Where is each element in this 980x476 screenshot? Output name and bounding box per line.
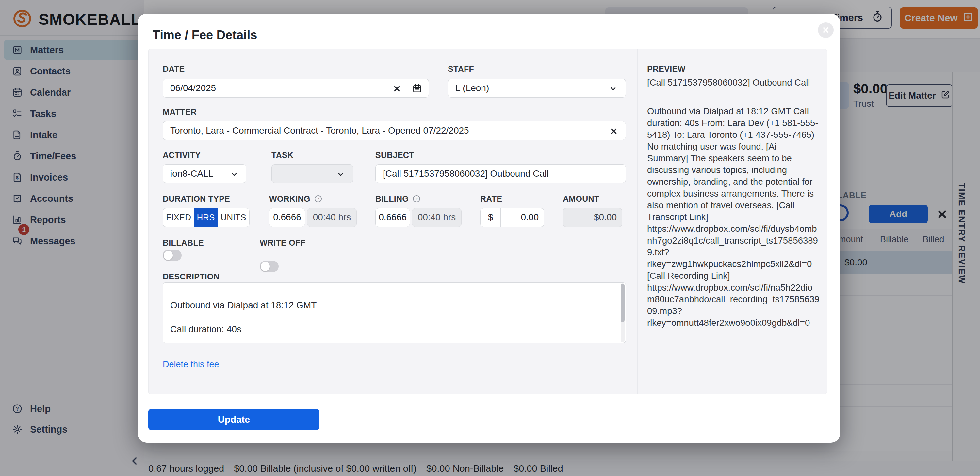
clear-matter-icon[interactable] bbox=[610, 127, 618, 138]
description-label: DESCRIPTION bbox=[163, 272, 220, 281]
description-textarea[interactable]: Outbound via Dialpad at 18:12 GMT Call d… bbox=[163, 282, 626, 343]
billing-time-display: 00:40 hrs bbox=[412, 208, 461, 227]
activity-label: ACTIVITY bbox=[163, 151, 200, 160]
preview-subject: [Call 5171537958060032] Outbound Call bbox=[647, 77, 819, 89]
subject-input[interactable]: [Call 5171537958060032] Outbound Call bbox=[375, 164, 626, 183]
amount-display: $0.00 bbox=[563, 208, 622, 227]
working-hours-input[interactable]: 0.6666 bbox=[269, 208, 305, 227]
billing-help-icon[interactable]: ? bbox=[412, 194, 421, 203]
form-panel: DATE 06/04/2025 STAFF L (Leon) bbox=[148, 49, 827, 394]
activity-value: ion8-CALL bbox=[163, 168, 218, 179]
rate-input[interactable]: $ 0.00 bbox=[480, 208, 544, 227]
billing-hours-value: 0.6666 bbox=[379, 212, 407, 223]
billable-label: BILLABLE bbox=[163, 238, 204, 248]
duration-option-hrs[interactable]: HRS bbox=[194, 208, 217, 227]
chevron-down-icon bbox=[336, 170, 345, 181]
duration-option-fixed[interactable]: FIXED bbox=[163, 208, 194, 227]
update-button[interactable]: Update bbox=[148, 409, 320, 430]
date-value: 06/04/2025 bbox=[163, 83, 216, 94]
modal-title: Time / Fee Details bbox=[153, 28, 257, 42]
staff-select[interactable]: L (Leon) bbox=[448, 79, 626, 98]
amount-label: AMOUNT bbox=[563, 194, 600, 204]
matter-label: MATTER bbox=[163, 108, 197, 117]
clear-date-icon[interactable] bbox=[393, 84, 401, 95]
billable-toggle[interactable] bbox=[163, 250, 181, 261]
delete-fee-link[interactable]: Delete this fee bbox=[163, 359, 219, 370]
rate-value: 0.00 bbox=[501, 212, 544, 223]
duration-type-segmented: FIXED HRS UNITS bbox=[163, 208, 250, 227]
update-label: Update bbox=[218, 414, 250, 425]
working-hours-value: 0.6666 bbox=[273, 212, 301, 223]
write-off-label: WRITE OFF bbox=[260, 238, 305, 248]
duration-type-label: DURATION TYPE bbox=[163, 194, 230, 204]
chevron-down-icon bbox=[609, 84, 617, 95]
rate-label: RATE bbox=[480, 194, 502, 204]
description-value: Outbound via Dialpad at 18:12 GMT Call d… bbox=[170, 300, 317, 343]
subject-label: SUBJECT bbox=[375, 151, 414, 160]
activity-select[interactable]: ion8-CALL bbox=[163, 164, 246, 183]
write-off-toggle[interactable] bbox=[260, 261, 278, 272]
staff-label: STAFF bbox=[448, 64, 474, 74]
staff-value: L (Leon) bbox=[448, 83, 489, 94]
date-input[interactable]: 06/04/2025 bbox=[163, 79, 429, 98]
preview-body: Outbound via Dialpad at 18:12 GMT Call d… bbox=[647, 105, 819, 329]
working-help-icon[interactable]: ? bbox=[313, 194, 323, 203]
duration-option-units[interactable]: UNITS bbox=[218, 208, 249, 227]
svg-text:?: ? bbox=[415, 197, 418, 202]
billing-label: BILLING ? bbox=[375, 194, 421, 204]
date-label: DATE bbox=[163, 64, 185, 74]
matter-value: Toronto, Lara - Commercial Contract - To… bbox=[163, 125, 598, 136]
rate-currency: $ bbox=[480, 208, 501, 227]
working-label: WORKING ? bbox=[269, 194, 323, 204]
matter-input[interactable]: Toronto, Lara - Commercial Contract - To… bbox=[163, 121, 626, 140]
chevron-down-icon bbox=[230, 170, 239, 181]
task-select[interactable] bbox=[272, 164, 353, 183]
app-screen: Timers Create New SMOKEBALL bbox=[0, 0, 980, 476]
description-scrollbar-thumb[interactable] bbox=[620, 284, 625, 322]
preview-divider bbox=[637, 49, 638, 394]
time-fee-details-modal: Time / Fee Details DATE 06/04/2025 bbox=[137, 14, 840, 443]
billing-hours-input[interactable]: 0.6666 bbox=[375, 208, 410, 227]
calendar-picker-icon[interactable] bbox=[412, 83, 422, 96]
subject-value: [Call 5171537958060032] Outbound Call bbox=[375, 168, 611, 179]
working-time-display: 00:40 hrs bbox=[307, 208, 357, 227]
svg-text:?: ? bbox=[317, 197, 320, 202]
task-label: TASK bbox=[272, 151, 293, 160]
modal-close-button[interactable] bbox=[818, 22, 834, 38]
preview-label: PREVIEW bbox=[647, 64, 685, 74]
